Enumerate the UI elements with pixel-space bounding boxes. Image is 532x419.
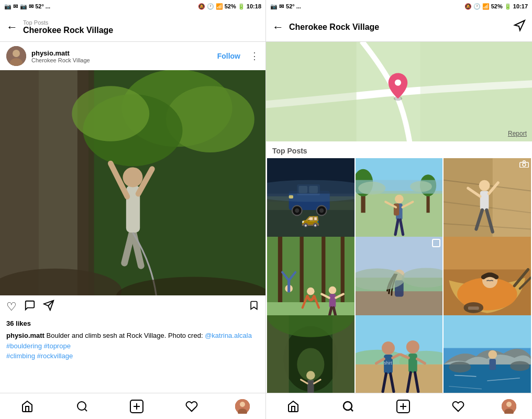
svg-point-128 xyxy=(382,341,395,355)
svg-point-15 xyxy=(123,167,142,187)
right-header-icon[interactable] xyxy=(513,19,526,35)
status-icons-left: 📷 ✉ xyxy=(4,3,18,10)
grid-cell-6[interactable] xyxy=(444,237,531,324)
follow-button[interactable]: Follow xyxy=(217,52,240,60)
right-status-bar: 📷 ✉ 52° ... 🔕 🕐 📶 52% 🔋 10:17 xyxy=(266,0,532,13)
svg-marker-29 xyxy=(515,20,525,30)
svg-point-77 xyxy=(523,163,526,167)
top-posts-title: Top Posts xyxy=(266,141,532,158)
svg-rect-110 xyxy=(468,306,479,310)
photo-grid: shirt xyxy=(266,158,532,393)
grid-cell-1[interactable] xyxy=(267,158,354,246)
map-area[interactable]: Report xyxy=(266,42,532,141)
more-options-button[interactable]: ⋮ xyxy=(250,50,259,62)
svg-rect-135 xyxy=(408,354,417,372)
svg-rect-57 xyxy=(394,203,399,215)
right-status-icons: 📷 ✉ xyxy=(270,3,284,10)
svg-point-48 xyxy=(267,180,354,202)
svg-point-34 xyxy=(395,80,401,86)
caption-more-tags[interactable]: #climbing #rockvillage xyxy=(6,352,73,360)
svg-point-55 xyxy=(395,195,404,204)
right-status-temp: 52° ... xyxy=(286,3,301,9)
svg-point-27 xyxy=(240,402,245,407)
right-nav-heart-button[interactable] xyxy=(447,395,470,418)
status-icons-right: 🔕 🕐 📶 52% 🔋 10:18 xyxy=(198,3,261,10)
right-nav-home-button[interactable] xyxy=(282,395,305,418)
svg-point-144 xyxy=(489,350,497,359)
status-temp: 📷 ✉ 52° ... xyxy=(20,3,50,10)
post-header: physio.matt Cherokee Rock Village Follow… xyxy=(0,42,265,70)
status-left: 📷 ✉ 📷 ✉ 52° ... xyxy=(4,3,50,10)
header-subtitle: Top Posts xyxy=(23,19,113,26)
avatar[interactable] xyxy=(6,46,26,66)
svg-rect-142 xyxy=(444,315,531,348)
svg-point-122 xyxy=(297,348,324,380)
comment-button[interactable] xyxy=(24,300,36,314)
map-report-link[interactable]: Report xyxy=(508,130,527,137)
left-bottom-nav xyxy=(0,393,265,419)
right-header-title: Cherokee Rock Village xyxy=(289,23,379,32)
grid-cell-2[interactable] xyxy=(356,158,443,246)
caption-mention[interactable]: @katrina.alcala xyxy=(205,332,252,339)
right-panel: 📷 ✉ 52° ... 🔕 🕐 📶 52% 🔋 10:17 ← Cherokee… xyxy=(266,0,532,419)
svg-point-91 xyxy=(329,286,337,294)
svg-rect-92 xyxy=(329,294,336,307)
like-button[interactable]: ♡ xyxy=(6,300,17,314)
right-status-right: 🔕 🕐 📶 52% 🔋 10:17 xyxy=(464,3,528,10)
nav-profile-button[interactable] xyxy=(235,399,250,414)
grid-cell-8[interactable]: shirt xyxy=(356,315,443,393)
right-nav-search-button[interactable] xyxy=(337,395,360,418)
right-status-left: 📷 ✉ 52° ... xyxy=(270,3,301,10)
grid-cell-9[interactable] xyxy=(444,315,531,393)
grid-cell-7[interactable] xyxy=(267,315,354,393)
svg-point-9 xyxy=(72,86,149,141)
avatar-image xyxy=(6,46,26,66)
post-username[interactable]: physio.matt xyxy=(31,49,212,57)
svg-rect-119 xyxy=(307,380,314,393)
post-location[interactable]: Cherokee Rock Village xyxy=(31,57,212,63)
share-button[interactable] xyxy=(43,300,54,314)
svg-rect-16 xyxy=(0,70,39,295)
back-button[interactable]: ← xyxy=(6,20,18,34)
post-actions: ♡ xyxy=(0,295,265,318)
header-title: Cherokee Rock Village xyxy=(23,26,113,35)
svg-point-45 xyxy=(319,208,324,213)
svg-point-157 xyxy=(506,402,512,407)
caption-text: Boulder and climb sesh at Rock Village. … xyxy=(45,332,205,339)
left-header: ← Top Posts Cherokee Rock Village xyxy=(0,13,265,42)
nav-search-button[interactable] xyxy=(71,395,94,418)
left-status-bar: 📷 ✉ 📷 ✉ 52° ... 🔕 🕐 📶 52% 🔋 10:18 xyxy=(0,0,265,13)
caption-hashtags[interactable]: #bouldering #toprope xyxy=(6,342,71,350)
svg-point-134 xyxy=(406,340,419,354)
post-likes: 36 likes xyxy=(0,318,265,328)
svg-rect-32 xyxy=(420,42,532,141)
post-user-info: physio.matt Cherokee Rock Village xyxy=(31,49,212,63)
right-nav-profile-button[interactable] xyxy=(502,399,516,414)
svg-rect-31 xyxy=(266,42,357,141)
svg-point-63 xyxy=(358,182,385,195)
svg-point-70 xyxy=(479,180,490,191)
left-panel: 📷 ✉ 📷 ✉ 52° ... 🔕 🕐 📶 52% 🔋 10:18 ← Top … xyxy=(0,0,266,419)
right-back-button[interactable]: ← xyxy=(272,20,284,34)
nav-add-button[interactable] xyxy=(125,395,148,418)
grid-cell-camera-icon xyxy=(519,160,529,169)
svg-line-152 xyxy=(351,409,353,411)
grid-cell-5[interactable] xyxy=(356,237,443,324)
grid-cell-square-icon xyxy=(432,239,440,247)
svg-point-43 xyxy=(295,208,299,213)
nav-home-button[interactable] xyxy=(16,395,39,418)
bookmark-button[interactable] xyxy=(249,300,259,314)
nav-heart-button[interactable] xyxy=(180,395,203,418)
grid-cell-4[interactable] xyxy=(267,237,354,324)
svg-point-64 xyxy=(410,181,432,192)
svg-point-21 xyxy=(77,402,86,410)
svg-point-88 xyxy=(307,288,315,295)
right-bottom-nav xyxy=(266,393,532,419)
svg-point-151 xyxy=(343,402,352,410)
right-nav-add-button[interactable] xyxy=(392,395,415,418)
svg-point-1 xyxy=(13,50,20,57)
svg-rect-127 xyxy=(356,365,443,393)
caption-username[interactable]: physio.matt xyxy=(6,332,45,339)
post-image xyxy=(0,70,265,295)
grid-cell-3[interactable] xyxy=(444,158,531,246)
